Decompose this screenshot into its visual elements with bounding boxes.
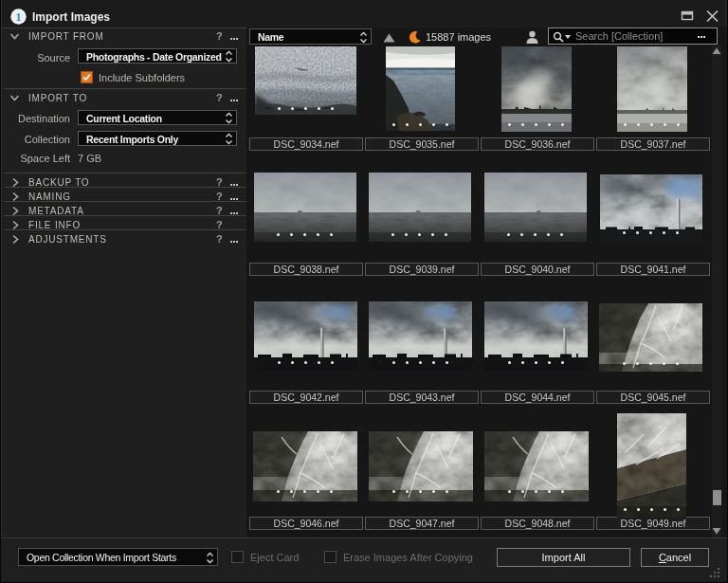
svg-text:1: 1 bbox=[15, 9, 22, 24]
